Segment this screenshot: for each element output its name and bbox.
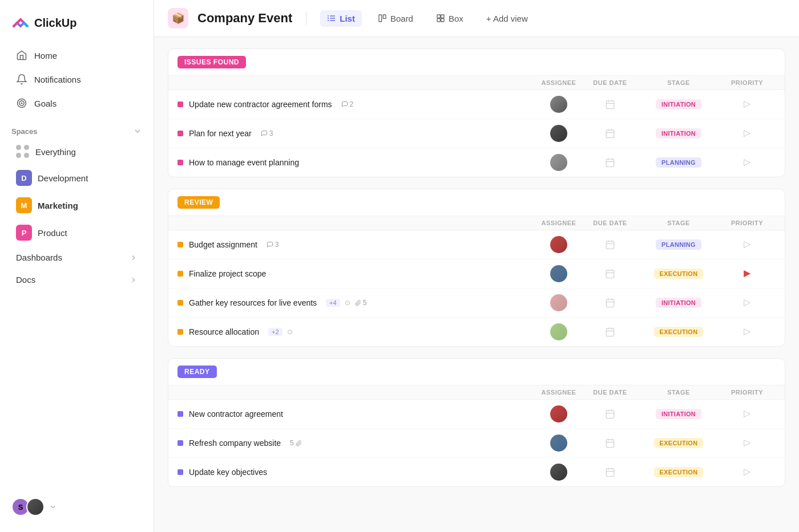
comment-count: 3 bbox=[267, 241, 279, 249]
col-duedate-1: DUE DATE bbox=[582, 79, 639, 86]
task-name: Plan for next year bbox=[189, 129, 252, 138]
extra-tag: +2 bbox=[268, 328, 283, 336]
assignee-cell bbox=[536, 294, 582, 311]
task-name: Update key objectives bbox=[189, 468, 267, 477]
assignee-cell bbox=[536, 434, 582, 452]
sidebar: ClickUp Home Notifications Goals Spaces bbox=[0, 0, 154, 532]
bell-icon bbox=[16, 74, 27, 85]
table-row[interactable]: How to manage event planning PLANNING bbox=[168, 148, 785, 177]
table-row[interactable]: New contractor agreement INITIATION bbox=[168, 400, 785, 429]
section-ready-header: READY bbox=[168, 359, 785, 385]
table-row[interactable]: Resource allocation +2 ⊙ EXECUTION bbox=[168, 318, 785, 346]
add-view-button[interactable]: + Add view bbox=[479, 10, 535, 27]
sidebar-item-product[interactable]: P Product bbox=[5, 220, 149, 246]
everything-icon bbox=[16, 145, 30, 159]
col-duedate-rd: DUE DATE bbox=[582, 389, 639, 396]
priority-cell bbox=[719, 298, 776, 307]
task-meta: 2 bbox=[341, 100, 354, 108]
sidebar-item-development[interactable]: D Development bbox=[5, 165, 149, 191]
sidebar-item-home[interactable]: Home bbox=[5, 44, 149, 67]
product-dot: P bbox=[16, 225, 32, 241]
task-name: Gather key resources for live events bbox=[189, 298, 317, 307]
table-row[interactable]: Update new contractor agreement forms 2 bbox=[168, 90, 785, 119]
sidebar-item-notifications[interactable]: Notifications bbox=[5, 68, 149, 91]
svg-rect-10 bbox=[383, 15, 386, 19]
home-icon bbox=[16, 50, 27, 61]
table-row[interactable]: Budget assignment 3 PLANNING bbox=[168, 230, 785, 259]
svg-point-6 bbox=[328, 15, 329, 17]
sidebar-footer: S bbox=[0, 491, 154, 523]
column-headers-review: ASSIGNEE DUE DATE STAGE PRIORITY bbox=[168, 216, 785, 230]
task-name: Resource allocation bbox=[189, 327, 259, 336]
stage-badge: EXECUTION bbox=[654, 269, 704, 279]
table-row[interactable]: Plan for next year 3 INITIATION bbox=[168, 119, 785, 148]
tab-board[interactable]: Board bbox=[371, 10, 420, 27]
due-date-cell bbox=[582, 327, 639, 337]
sidebar-item-docs[interactable]: Docs bbox=[5, 269, 149, 290]
priority-cell bbox=[719, 158, 776, 167]
col-task-name-rd bbox=[177, 389, 536, 396]
development-dot: D bbox=[16, 170, 32, 186]
home-label: Home bbox=[34, 51, 57, 60]
stage-cell: EXECUTION bbox=[639, 467, 719, 477]
priority-cell bbox=[719, 438, 776, 448]
main-content-area: 📦 Company Event List Board Box + Add vi bbox=[154, 0, 799, 532]
assignee-cell bbox=[536, 323, 582, 340]
table-row[interactable]: Gather key resources for live events +4 … bbox=[168, 289, 785, 318]
task-name-cell: Gather key resources for live events +4 … bbox=[177, 298, 536, 307]
due-date-cell bbox=[582, 239, 639, 250]
col-assignee-1: ASSIGNEE bbox=[536, 79, 582, 86]
task-meta: +2 ⊙ bbox=[268, 328, 293, 336]
priority-cell bbox=[719, 129, 776, 138]
priority-cell bbox=[719, 240, 776, 249]
stage-cell: INITIATION bbox=[639, 298, 719, 308]
task-dot bbox=[177, 242, 183, 247]
user-avatars[interactable]: S bbox=[11, 498, 45, 516]
col-priority-1: PRIORITY bbox=[719, 79, 776, 86]
sidebar-item-dashboards[interactable]: Dashboards bbox=[5, 247, 149, 268]
svg-rect-9 bbox=[379, 15, 382, 22]
extra-tag: +4 bbox=[326, 299, 340, 307]
tab-box[interactable]: Box bbox=[429, 10, 470, 27]
column-headers-ready: ASSIGNEE DUE DATE STAGE PRIORITY bbox=[168, 385, 785, 400]
due-date-cell bbox=[582, 128, 639, 139]
board-icon bbox=[378, 14, 387, 23]
sidebar-item-marketing[interactable]: M Marketing bbox=[5, 192, 149, 218]
stage-badge: INITIATION bbox=[656, 99, 701, 109]
logo[interactable]: ClickUp bbox=[0, 9, 154, 43]
task-name-cell: Update key objectives bbox=[177, 468, 536, 477]
tab-list[interactable]: List bbox=[320, 10, 362, 27]
priority-cell bbox=[719, 468, 776, 477]
svg-rect-31 bbox=[606, 270, 614, 278]
task-list-content: ISSUES FOUND ASSIGNEE DUE DATE STAGE PRI… bbox=[154, 37, 799, 532]
task-dot bbox=[177, 271, 183, 277]
comment-count: 3 bbox=[261, 129, 273, 137]
col-assignee-r: ASSIGNEE bbox=[536, 220, 582, 226]
attachment-count: 5 bbox=[290, 439, 302, 447]
priority-cell bbox=[719, 409, 776, 419]
section-review-header: REVIEW bbox=[168, 189, 785, 216]
svg-rect-12 bbox=[441, 15, 444, 18]
col-stage-rd: STAGE bbox=[639, 389, 719, 396]
priority-cell bbox=[719, 100, 776, 109]
svg-rect-14 bbox=[441, 19, 444, 22]
user-avatar-2 bbox=[26, 498, 45, 516]
table-row[interactable]: Update key objectives EXECUTION bbox=[168, 458, 785, 486]
box-icon bbox=[436, 14, 445, 23]
development-label: Development bbox=[38, 173, 88, 183]
task-dot bbox=[177, 300, 183, 306]
sidebar-item-everything[interactable]: Everything bbox=[5, 140, 149, 164]
tab-list-label: List bbox=[340, 14, 355, 23]
stage-badge: EXECUTION bbox=[654, 438, 704, 448]
table-row[interactable]: Finalize project scope EXECUTION bbox=[168, 259, 785, 289]
sidebar-item-goals[interactable]: Goals bbox=[5, 92, 149, 115]
assignee-cell bbox=[536, 405, 582, 423]
stage-cell: INITIATION bbox=[639, 409, 719, 419]
task-dot bbox=[177, 101, 183, 107]
table-row[interactable]: Refresh company website 5 EXECUTION bbox=[168, 429, 785, 458]
task-dot bbox=[177, 440, 183, 446]
task-name-cell: Plan for next year 3 bbox=[177, 129, 536, 138]
stage-badge: EXECUTION bbox=[654, 327, 704, 337]
header-divider bbox=[306, 11, 306, 25]
svg-point-8 bbox=[328, 20, 329, 21]
